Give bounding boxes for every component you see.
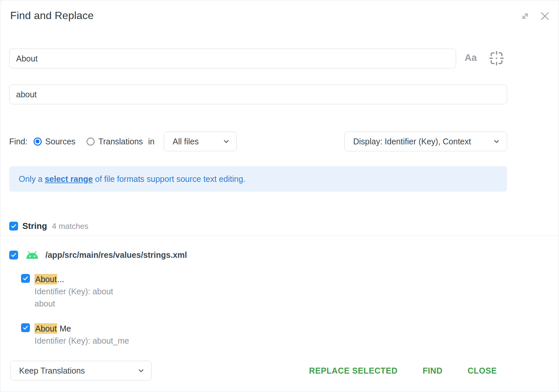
match-text[interactable]: About...	[35, 273, 113, 285]
file-checkbox[interactable]	[9, 251, 18, 259]
match-case-toggle[interactable]: Aa	[465, 52, 477, 63]
footer-buttons: REPLACE SELECTED FIND CLOSE	[309, 361, 497, 380]
chevron-down-icon	[492, 137, 501, 146]
files-scope-select[interactable]: All files	[164, 132, 237, 151]
select-range-link[interactable]: select range	[45, 174, 93, 184]
find-label: Find:	[9, 137, 28, 146]
match-checkbox[interactable]	[21, 323, 30, 332]
find-options-row: Find: Sources Translations in All files	[9, 132, 237, 151]
dialog-title: Find and Replace	[10, 10, 94, 22]
chevron-down-icon	[222, 137, 231, 146]
radio-translations[interactable]	[86, 137, 95, 146]
footer: Keep Translations REPLACE SELECTED FIND …	[0, 361, 559, 380]
notice-banner: Only a select range of file formats supp…	[9, 166, 507, 192]
match-highlight: About	[35, 274, 57, 284]
display-options-value: Display: Identifier (Key), Context	[353, 137, 471, 146]
radio-label-sources[interactable]: Sources	[45, 137, 76, 146]
replace-input[interactable]	[9, 85, 507, 104]
match-row: About... Identifier (Key): about about	[21, 273, 113, 310]
select-range-icon[interactable]	[488, 50, 505, 66]
translations-mode-value: Keep Translations	[19, 366, 85, 376]
close-icon[interactable]	[538, 10, 551, 23]
string-group-row: String 4 matches	[9, 221, 88, 231]
match-row: About Me Identifier (Key): about_me	[21, 323, 129, 347]
radio-label-translations[interactable]: Translations	[98, 137, 143, 146]
match-body: About Me Identifier (Key): about_me	[35, 323, 129, 347]
close-button[interactable]: CLOSE	[468, 366, 497, 376]
search-input[interactable]	[9, 49, 456, 68]
window-controls	[519, 10, 551, 23]
in-label: in	[148, 137, 155, 146]
chevron-down-icon	[137, 366, 145, 375]
display-options-select[interactable]: Display: Identifier (Key), Context	[344, 132, 507, 151]
group-label: String	[22, 221, 47, 231]
string-group-checkbox[interactable]	[9, 222, 18, 231]
match-highlight: About	[35, 323, 57, 334]
find-button[interactable]: FIND	[423, 366, 443, 376]
expand-icon[interactable]	[519, 10, 532, 23]
notice-text: Only a select range of file formats supp…	[19, 174, 245, 184]
android-icon	[26, 250, 39, 260]
file-path[interactable]: /app/src/main/res/values/strings.xml	[45, 250, 187, 260]
match-source: about	[35, 298, 113, 310]
match-meta: Identifier (Key): about	[35, 285, 113, 298]
translations-mode-select[interactable]: Keep Translations	[10, 361, 152, 380]
radio-sources[interactable]	[34, 137, 42, 146]
match-meta: Identifier (Key): about_me	[35, 335, 129, 347]
match-checkbox[interactable]	[21, 274, 30, 283]
files-scope-value: All files	[173, 137, 199, 146]
replace-selected-button[interactable]: REPLACE SELECTED	[309, 366, 398, 376]
find-and-replace-dialog: Find and Replace Aa Find: Sources	[0, 0, 559, 392]
match-text[interactable]: About Me	[35, 323, 129, 335]
group-match-count: 4 matches	[52, 222, 88, 231]
file-row: /app/src/main/res/values/strings.xml	[9, 250, 187, 260]
divider	[0, 235, 559, 236]
match-body: About... Identifier (Key): about about	[35, 273, 113, 310]
